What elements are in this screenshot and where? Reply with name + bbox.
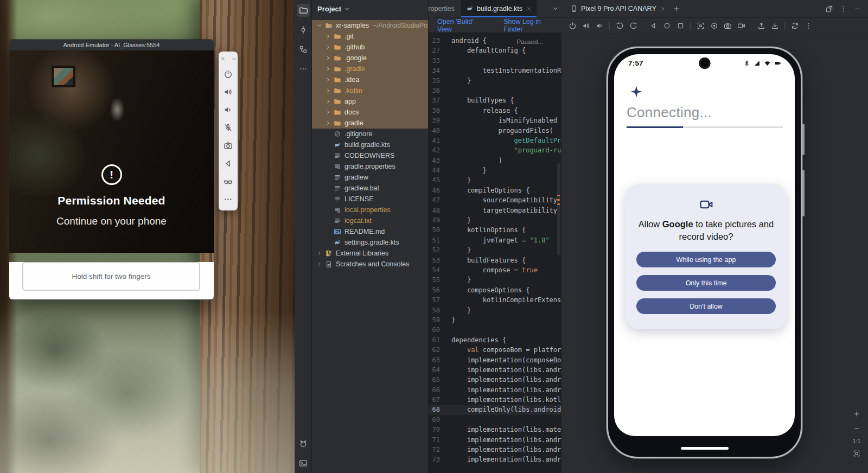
add-device-tab-button[interactable] [670,2,683,15]
scrollbar-thumb[interactable] [557,163,560,255]
zoom-fit-button[interactable] [851,448,862,459]
code-line-59[interactable]: 59} [429,315,561,325]
code-line-54[interactable]: 54 compose = true [429,265,561,275]
code-line-36[interactable]: 36 [429,86,561,95]
code-line-64[interactable]: 64 implementation(libs.andr [429,365,561,375]
tree-item--git[interactable]: .git [312,31,428,42]
code-line-61[interactable]: 61dependencies { [429,335,561,345]
tree-item--gitignore[interactable]: .gitignore [312,129,428,139]
code-line-53[interactable]: 53 buildFeatures { [429,255,561,265]
chevron-right-icon[interactable] [324,98,332,106]
chevron-right-icon[interactable] [315,260,323,269]
power-icon[interactable] [222,68,234,80]
tab-gradle-properties[interactable]: roperties [429,0,461,17]
chevron-right-icon[interactable] [324,65,332,73]
tree-item--github[interactable]: .github [312,42,428,53]
close-icon[interactable] [219,55,226,62]
code-line-73[interactable]: 73 implementation(libs.andr [429,455,561,464]
emulator-titlebar[interactable]: Android Emulator - AI_Glasses:5554 [9,40,214,50]
code-line-65[interactable]: 65 implementation(libs.andr [429,375,561,385]
tab-build-gradle-kts[interactable]: build.gradle.kts [461,0,537,17]
code-line-55[interactable]: 55 } [429,275,561,285]
tree-item-gradlew[interactable]: gradlew [312,172,428,183]
tree-item-gradle[interactable]: gradle [312,118,428,129]
code-line-67[interactable]: 67 implementation(libs.kotl [429,395,561,405]
code-line-72[interactable]: 72 implementation(libs.andr [429,445,561,455]
camera-icon[interactable] [721,20,734,33]
tree-item-gradlew-bat[interactable]: gradlew.bat [312,183,428,194]
code-line-33[interactable]: 33 [429,56,561,66]
close-icon[interactable] [660,6,666,12]
code-line-27[interactable]: 27 defaultConfig { [429,46,561,55]
code-line-49[interactable]: 49 } [429,215,561,225]
tree-item--kotlin[interactable]: .kotlin [312,85,428,96]
code-line-38[interactable]: 38 release { [429,106,561,116]
permission-button-don-t-allow[interactable]: Don't allow [636,298,776,314]
camera-icon[interactable] [222,139,234,151]
more-horizontal-icon[interactable] [297,62,310,75]
chevron-right-icon[interactable] [324,108,332,117]
battery-icon[interactable] [774,59,782,67]
video-icon[interactable] [735,20,748,33]
tree-item-local-properties[interactable]: local.properties [312,204,428,215]
back-icon[interactable] [647,20,660,33]
chevron-right-icon[interactable] [324,54,332,62]
rotate-left-icon[interactable] [613,20,626,33]
code-line-37[interactable]: 37 buildTypes { [429,95,561,105]
tree-item-build-gradle-kts[interactable]: build.gradle.kts [312,139,428,150]
code-line-48[interactable]: 48 targetCompatibility [429,206,561,215]
mic-off-icon[interactable] [222,122,234,133]
home-icon[interactable] [660,20,673,33]
terminal-icon[interactable] [297,457,310,470]
code-line-60[interactable]: 60 [429,325,561,335]
code-line-62[interactable]: 62 val composeBom = platfor [429,345,561,355]
code-line-66[interactable]: 66 implementation(libs.andr [429,385,561,395]
code-line-70[interactable]: 70 implementation(libs.mate [429,425,561,434]
code-line-39[interactable]: 39 isMinifyEnabled [429,116,561,125]
download-icon[interactable] [768,20,781,33]
tree-item-xr-samples[interactable]: xr-samples~/AndroidStudioProje [312,20,428,31]
code-line-57[interactable]: 57 kotlinCompilerExtens [429,295,561,305]
chevron-down-icon[interactable] [343,5,350,12]
code-line-41[interactable]: 41 getDefaultPr [429,136,561,145]
code-line-43[interactable]: 43 ) [429,156,561,165]
back-icon[interactable] [222,157,234,169]
volume-up-icon[interactable] [222,86,234,98]
tree-item--gradle[interactable]: .gradle [312,63,428,74]
editor-scrollbar[interactable] [556,33,561,473]
structure-icon[interactable] [297,43,310,56]
chevron-right-icon[interactable] [324,43,332,52]
tab-pixel-9-pro-api-canary[interactable]: Pixel 9 Pro API CANARY [566,0,670,17]
chevron-right-icon[interactable] [324,33,332,41]
chevron-right-icon[interactable] [324,76,332,84]
commit-icon[interactable] [297,23,310,36]
tree-item--google[interactable]: .google [312,53,428,63]
volume-down-icon[interactable] [222,104,234,116]
tree-item-external-libraries[interactable]: External Libraries [312,248,428,259]
upload-icon[interactable] [755,20,768,33]
code-line-63[interactable]: 63 implementation(composeBo [429,355,561,365]
code-line-47[interactable]: 47 sourceCompatibility [429,195,561,205]
gesture-bar[interactable] [681,447,729,450]
code-line-34[interactable]: 34 testInstrumentationR [429,66,561,75]
more-horizontal-icon[interactable] [222,193,234,205]
code-line-35[interactable]: 35 } [429,76,561,86]
power-icon[interactable] [566,20,579,33]
code-line-40[interactable]: 40 proguardFiles( [429,126,561,136]
code-line-58[interactable]: 58 } [429,305,561,315]
code-line-52[interactable]: 52 } [429,245,561,255]
code-line-46[interactable]: 46 compileOptions { [429,186,561,195]
logcat-icon[interactable] [297,437,310,450]
phone-screen[interactable]: 7:57 Connecting... Allow Google to take … [614,54,795,436]
zoom-out-button[interactable] [851,423,862,434]
code-line-56[interactable]: 56 composeOptions { [429,285,561,295]
tree-item--idea[interactable]: .idea [312,74,428,85]
tree-item-gradle-properties[interactable]: gradle.properties [312,161,428,172]
tree-item-codeowners[interactable]: CODEOWNERS [312,150,428,161]
volume-up-icon[interactable] [579,20,592,33]
code-line-71[interactable]: 71 implementation(libs.andr [429,435,561,445]
permission-button-only-this-time[interactable]: Only this time [636,275,776,291]
tree-item-logcat-txt[interactable]: logcat.txt [312,215,428,226]
signal-icon[interactable] [753,59,761,67]
rotate-right-icon[interactable] [627,20,640,33]
